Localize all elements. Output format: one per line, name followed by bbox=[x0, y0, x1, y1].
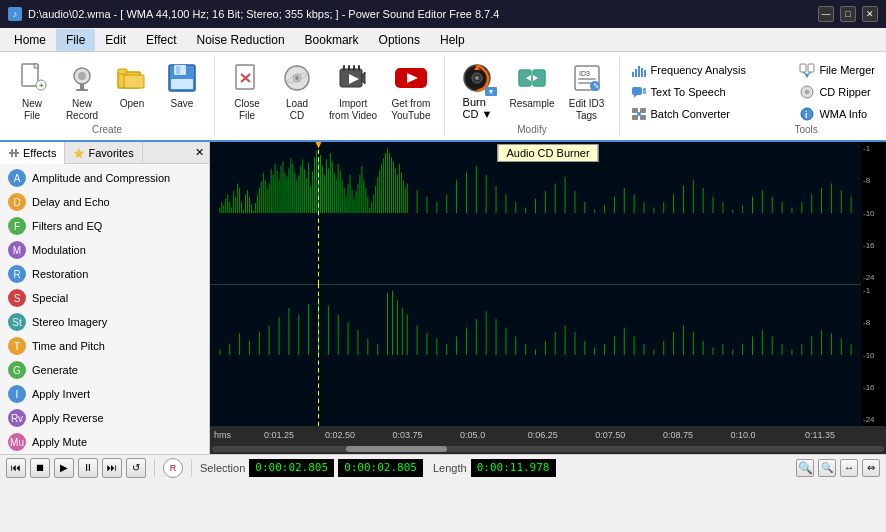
svg-rect-49 bbox=[641, 68, 643, 77]
time-mark-9: 0:11.35 bbox=[805, 430, 835, 440]
menu-file[interactable]: File bbox=[56, 29, 95, 51]
time-mark-8: 0:10.0 bbox=[731, 430, 756, 440]
zoom-all-button[interactable]: ⇔ bbox=[862, 459, 880, 477]
effect-filters[interactable]: F Filters and EQ bbox=[0, 214, 209, 238]
svg-rect-9 bbox=[118, 69, 127, 74]
svg-rect-72 bbox=[15, 149, 17, 157]
tab-favorites[interactable]: Favorites bbox=[65, 142, 142, 164]
transport-next[interactable]: ⏭ bbox=[102, 458, 122, 478]
generate-label: Generate bbox=[32, 364, 78, 376]
scrollbar-track[interactable] bbox=[212, 446, 884, 452]
resample-label: Resample bbox=[509, 98, 554, 110]
new-record-icon bbox=[64, 60, 100, 96]
resample-button[interactable]: Resample bbox=[503, 58, 560, 112]
effect-time-pitch[interactable]: T Time and Pitch bbox=[0, 334, 209, 358]
svg-rect-24 bbox=[343, 65, 345, 71]
tools-group-label-right: Tools bbox=[794, 124, 880, 137]
effect-apply-reverse[interactable]: Rv Apply Reverse bbox=[0, 406, 209, 430]
time-mark-2: 0:02.50 bbox=[325, 430, 355, 440]
restoration-label: Restoration bbox=[32, 268, 88, 280]
svg-marker-52 bbox=[634, 95, 637, 98]
scrollbar-thumb[interactable] bbox=[346, 446, 447, 452]
menu-options[interactable]: Options bbox=[369, 29, 430, 51]
tab-effects[interactable]: Effects bbox=[0, 142, 65, 164]
save-icon bbox=[164, 60, 200, 96]
ribbon-group-create2: CloseFile LoadCD bbox=[215, 56, 445, 136]
menu-bookmark[interactable]: Bookmark bbox=[295, 29, 369, 51]
zoom-out-button[interactable]: 🔍 bbox=[818, 459, 836, 477]
transport-loop[interactable]: ↺ bbox=[126, 458, 146, 478]
generate-icon: G bbox=[8, 361, 26, 379]
edit-id3-button[interactable]: ID3 ✎ Edit ID3Tags bbox=[563, 58, 611, 124]
svg-rect-10 bbox=[124, 75, 144, 88]
apply-invert-label: Apply Invert bbox=[32, 388, 90, 400]
time-ruler: hms 0:01.25 0:02.50 0:03.75 0:05.0 0:06.… bbox=[210, 426, 886, 444]
file-merger-button[interactable]: File Merger bbox=[794, 60, 880, 80]
menu-help[interactable]: Help bbox=[430, 29, 475, 51]
ribbon-group-modify: ▼ BurnCD ▼ Resample bbox=[445, 56, 619, 136]
effect-modulation[interactable]: M Modulation bbox=[0, 238, 209, 262]
get-youtube-button[interactable]: Get fromYouTube bbox=[385, 58, 436, 124]
effect-special[interactable]: S Special bbox=[0, 286, 209, 310]
transport-stop[interactable]: ⏹ bbox=[30, 458, 50, 478]
svg-text:✎: ✎ bbox=[592, 82, 599, 91]
svg-rect-47 bbox=[635, 69, 637, 77]
close-file-button[interactable]: CloseFile bbox=[223, 58, 271, 124]
burn-cd-button[interactable]: ▼ BurnCD ▼ bbox=[453, 58, 501, 122]
burn-dropdown-indicator: ▼ bbox=[485, 87, 498, 96]
effect-stereo[interactable]: St Stereo Imagery bbox=[0, 310, 209, 334]
transport-separator bbox=[154, 459, 155, 477]
record-button[interactable]: R bbox=[163, 458, 183, 478]
import-video-label: Importfrom Video bbox=[329, 98, 377, 122]
import-video-button[interactable]: Importfrom Video bbox=[323, 58, 383, 124]
special-icon: S bbox=[8, 289, 26, 307]
transport-pause[interactable]: ⏸ bbox=[78, 458, 98, 478]
load-cd-icon bbox=[279, 60, 315, 96]
close-button[interactable]: ✕ bbox=[862, 6, 878, 22]
svg-rect-70 bbox=[9, 152, 19, 154]
maximize-button[interactable]: □ bbox=[840, 6, 856, 22]
db-top-8: -8 bbox=[863, 176, 884, 185]
transport-prev[interactable]: ⏮ bbox=[6, 458, 26, 478]
horizontal-scrollbar[interactable] bbox=[210, 444, 886, 454]
get-youtube-icon bbox=[393, 60, 429, 96]
menu-noise-reduction[interactable]: Noise Reduction bbox=[187, 29, 295, 51]
text-to-speech-label: Text To Speech bbox=[651, 86, 726, 98]
batch-converter-button[interactable]: Batch Converter bbox=[626, 104, 783, 124]
load-cd-button[interactable]: LoadCD bbox=[273, 58, 321, 124]
effect-apply-invert[interactable]: I Apply Invert bbox=[0, 382, 209, 406]
new-file-button[interactable]: + NewFile bbox=[8, 58, 56, 124]
zoom-fit-button[interactable]: ↔ bbox=[840, 459, 858, 477]
transport-play[interactable]: ▶ bbox=[54, 458, 74, 478]
new-record-button[interactable]: NewRecord bbox=[58, 58, 106, 124]
effect-restoration[interactable]: R Restoration bbox=[0, 262, 209, 286]
wma-info-button[interactable]: i WMA Info bbox=[794, 104, 880, 124]
open-button[interactable]: Open bbox=[108, 58, 156, 112]
svg-rect-42 bbox=[578, 78, 596, 80]
minimize-button[interactable]: — bbox=[818, 6, 834, 22]
menu-home[interactable]: Home bbox=[4, 29, 56, 51]
effect-apply-mute[interactable]: Mu Apply Mute bbox=[0, 430, 209, 454]
effect-generate[interactable]: G Generate bbox=[0, 358, 209, 382]
frequency-analysis-button[interactable]: Frequency Analysis bbox=[626, 60, 783, 80]
length-field: 0:00:11.978 bbox=[471, 459, 556, 477]
zoom-in-button[interactable]: 🔍 bbox=[796, 459, 814, 477]
db-top-24: -24 bbox=[863, 273, 884, 282]
save-button[interactable]: Save bbox=[158, 58, 206, 112]
effects-panel-close[interactable]: ✕ bbox=[190, 142, 209, 163]
svg-rect-62 bbox=[808, 64, 814, 72]
window-title: D:\audio\02.wma - [ WMA 44,100 Hz; 16 Bi… bbox=[28, 8, 499, 20]
menu-edit[interactable]: Edit bbox=[95, 29, 136, 51]
db-scale-top: -1 -8 -10 -16 -24 bbox=[861, 142, 886, 284]
edit-id3-label: Edit ID3Tags bbox=[569, 98, 605, 122]
main-area: Effects Favorites ✕ A Amplitude and Comp… bbox=[0, 142, 886, 454]
text-to-speech-button[interactable]: Text To Speech bbox=[626, 82, 783, 102]
menu-effect[interactable]: Effect bbox=[136, 29, 186, 51]
effect-delay[interactable]: D Delay and Echo bbox=[0, 190, 209, 214]
effects-tab-icon bbox=[8, 147, 20, 159]
db-bot-16: -16 bbox=[863, 383, 884, 392]
svg-rect-27 bbox=[358, 65, 360, 71]
svg-rect-43 bbox=[578, 82, 592, 84]
effect-amplitude[interactable]: A Amplitude and Compression bbox=[0, 166, 209, 190]
cd-ripper-button[interactable]: CD Ripper bbox=[794, 82, 880, 102]
